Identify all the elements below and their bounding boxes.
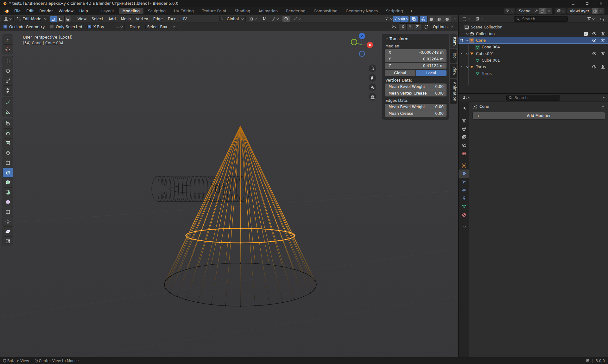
only-selected-checkbox[interactable]: Only Selected: [50, 25, 82, 29]
camera-view-button[interactable]: [369, 83, 376, 91]
tab-render[interactable]: [459, 116, 469, 125]
zoom-view-button[interactable]: [369, 65, 376, 72]
tab-scene[interactable]: [459, 141, 469, 149]
add-workspace-button[interactable]: +: [407, 8, 415, 14]
shading-dropdown[interactable]: [454, 18, 456, 20]
collapse-panel-chevron[interactable]: [386, 38, 388, 40]
overlays-toggle[interactable]: [401, 16, 408, 22]
outliner-search-input[interactable]: [522, 16, 556, 22]
outliner-search[interactable]: [514, 16, 568, 22]
workspace-tab-rendering[interactable]: Rendering: [282, 8, 309, 14]
tab-output[interactable]: [459, 125, 469, 133]
tab-particles[interactable]: [459, 178, 469, 186]
tool-rotate[interactable]: [3, 66, 13, 76]
mesh-mirror-icon[interactable]: [392, 24, 396, 29]
tool-add-cube[interactable]: [3, 119, 13, 128]
row-torus-data[interactable]: Torus: [459, 70, 608, 77]
proportional-editing-toggle[interactable]: [282, 16, 290, 22]
delete-view-layer-button[interactable]: [598, 8, 605, 14]
tab-tool[interactable]: [459, 104, 469, 113]
network-offline-icon[interactable]: [585, 359, 589, 363]
pin-icon[interactable]: [601, 104, 605, 109]
new-scene-button[interactable]: [539, 8, 546, 14]
gizmo-minus-z-axis[interactable]: [359, 51, 365, 57]
tab-material[interactable]: [459, 211, 469, 219]
cone-wireframe[interactable]: [164, 126, 316, 306]
menu-face[interactable]: Face: [165, 16, 179, 22]
tool-extrude-region[interactable]: [3, 129, 13, 138]
menu-add[interactable]: Add: [106, 16, 118, 22]
xray-toggle[interactable]: [410, 16, 418, 22]
menu-help[interactable]: Help: [76, 8, 91, 14]
expand-chevron[interactable]: [464, 66, 469, 68]
outliner-filter-button[interactable]: [586, 16, 596, 22]
tab-tool[interactable]: Tool: [450, 49, 457, 62]
workspace-tab-modeling[interactable]: Modeling: [119, 8, 144, 14]
menu-view[interactable]: View: [75, 16, 89, 22]
scene-selector[interactable]: Scene: [516, 8, 552, 14]
face-select-button[interactable]: [65, 16, 72, 22]
row-cone-004[interactable]: Cone.004: [459, 44, 608, 50]
eye-icon[interactable]: [592, 31, 597, 36]
tool-inset-faces[interactable]: [3, 139, 13, 148]
menu-render[interactable]: Render: [36, 8, 56, 14]
menu-edge[interactable]: Edge: [151, 16, 165, 22]
median-z-field[interactable]: Z-0.41124 m: [385, 63, 446, 69]
rendered-shading-button[interactable]: [443, 16, 451, 22]
menu-file[interactable]: File: [11, 8, 23, 14]
eye-icon[interactable]: [592, 38, 597, 43]
camera-visibility-icon[interactable]: [601, 38, 605, 43]
tab-physics[interactable]: [459, 186, 469, 194]
tab-item[interactable]: Item: [450, 34, 457, 48]
median-y-field[interactable]: Y0.02264 m: [385, 56, 446, 62]
snap-settings-dropdown[interactable]: [270, 16, 281, 22]
view-layer-type-button[interactable]: [555, 8, 566, 14]
tool-annotate[interactable]: [3, 97, 13, 107]
eye-icon[interactable]: [592, 51, 597, 56]
object-visibility-dropdown[interactable]: [385, 16, 393, 22]
mirror-z-toggle[interactable]: Z: [414, 24, 421, 30]
mirror-x-toggle[interactable]: X: [399, 24, 406, 30]
edge-mean-bevel-weight-field[interactable]: Mean Bevel Weight0.00: [385, 104, 446, 110]
mean-crease-field[interactable]: Mean Crease0.00: [385, 110, 446, 117]
expand-chevron[interactable]: [464, 52, 469, 55]
menu-mesh[interactable]: Mesh: [118, 16, 134, 22]
scene-type-button[interactable]: [504, 8, 515, 14]
workspace-tab-texture-paint[interactable]: Texture Paint: [198, 8, 230, 14]
tab-constraints[interactable]: [459, 194, 469, 202]
more-options-dropdown[interactable]: ...: [114, 24, 124, 30]
workspace-tab-geometry-nodes[interactable]: Geometry Nodes: [342, 8, 382, 14]
tab-object-data[interactable]: [459, 202, 469, 211]
options-dropdown[interactable]: Options: [431, 24, 455, 30]
pan-view-button[interactable]: [369, 74, 376, 82]
row-scene-collection[interactable]: Scene Collection: [459, 24, 608, 30]
outliner-editor-type-button[interactable]: [461, 16, 472, 22]
new-collection-button[interactable]: [598, 16, 606, 22]
panel-grip-icon[interactable]: ····: [441, 37, 446, 41]
close-button[interactable]: [594, 0, 608, 7]
properties-search-input[interactable]: [514, 95, 549, 100]
pivot-point-dropdown[interactable]: [248, 16, 259, 22]
tool-scale[interactable]: [3, 76, 13, 85]
workspace-tab-uv-editing[interactable]: UV Editing: [170, 8, 198, 14]
viewport-canvas[interactable]: User Perspective (Local) (34) Cone | Con…: [0, 31, 458, 357]
median-x-field[interactable]: X-0.000748 m: [385, 49, 446, 56]
edge-select-button[interactable]: [57, 16, 64, 22]
expand-chevron[interactable]: [464, 39, 469, 42]
add-modifier-button[interactable]: + Add Modifier: [472, 112, 605, 120]
workspace-tab-scripting[interactable]: Scripting: [382, 8, 407, 14]
row-torus[interactable]: Torus: [459, 64, 608, 70]
tool-transform[interactable]: [3, 86, 13, 95]
xray-checkbox[interactable]: X-Ray: [87, 25, 104, 29]
menu-uv[interactable]: UV: [179, 16, 189, 22]
row-collection[interactable]: Collection: [459, 30, 608, 37]
pin-scene-icon[interactable]: [533, 8, 539, 14]
tab-world[interactable]: [459, 149, 469, 157]
tool-measure[interactable]: [3, 107, 13, 117]
workspace-tab-sculpting[interactable]: Sculpting: [144, 8, 169, 14]
row-cube-001-data[interactable]: Cube.001: [459, 57, 608, 64]
outliner-display-mode-button[interactable]: [474, 16, 485, 22]
tab-strip-collapse-chevron[interactable]: [459, 223, 469, 231]
tool-shear[interactable]: [3, 227, 13, 236]
mean-vertex-crease-field[interactable]: Mean Vertex Crease0.00: [385, 90, 446, 96]
